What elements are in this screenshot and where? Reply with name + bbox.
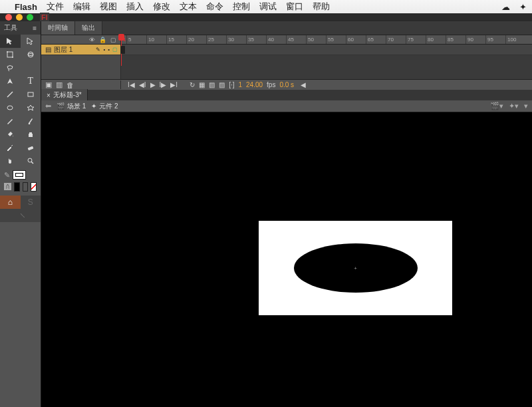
ruler-mark: 70	[386, 35, 406, 44]
layer-toggles[interactable]: ✎ ••▢	[96, 47, 120, 53]
outline-column-icon[interactable]: ▢	[110, 37, 116, 43]
step-fwd-button[interactable]: I▶	[160, 81, 167, 88]
text-tool[interactable]: T	[21, 74, 41, 88]
subselection-tool[interactable]	[21, 35, 41, 48]
eyedropper-tool[interactable]	[0, 141, 21, 154]
center-frame-button[interactable]: [·]	[229, 81, 234, 88]
fps-label: fps	[267, 81, 275, 88]
tab-output[interactable]: 输出	[75, 21, 102, 35]
ruler-mark: 100	[505, 35, 525, 44]
stroke-color-swatch[interactable]	[13, 170, 26, 180]
selection-tool[interactable]	[0, 35, 21, 48]
document-tabs: × 无标题-3*	[41, 90, 532, 100]
fill-color-swatch[interactable]	[14, 182, 20, 192]
menu-modify[interactable]: 修改	[153, 1, 170, 13]
zoom-menu-icon[interactable]: ▾	[524, 102, 528, 110]
timeline-scroll-left[interactable]: ◀	[301, 81, 306, 88]
svg-rect-10	[27, 146, 33, 150]
ink-bottle-tool[interactable]	[21, 128, 41, 141]
3d-rotation-tool[interactable]	[21, 48, 41, 61]
document-tab[interactable]: × 无标题-3*	[41, 89, 88, 101]
oval-tool[interactable]	[0, 101, 21, 114]
canvas-area[interactable]: +	[41, 112, 532, 407]
pen-tool[interactable]	[0, 74, 21, 88]
paint-bucket-tool[interactable]	[0, 128, 21, 141]
edit-multiple-button[interactable]: ▨	[219, 81, 225, 88]
polystar-tool[interactable]	[21, 101, 41, 114]
edit-scene-menu-icon[interactable]: 🎬▾	[490, 102, 503, 110]
loop-button[interactable]: ↻	[190, 81, 195, 88]
menu-window[interactable]: 窗口	[286, 1, 303, 13]
breadcrumb-symbol[interactable]: ✦ 元件 2	[91, 102, 118, 111]
hand-tool[interactable]	[0, 154, 21, 168]
line-tool[interactable]	[0, 88, 21, 101]
back-button[interactable]: ⬅	[45, 102, 51, 110]
menu-text[interactable]: 文本	[180, 1, 197, 13]
status-cloud-icon[interactable]: ☁︎	[501, 2, 510, 12]
menu-edit[interactable]: 编辑	[73, 1, 90, 13]
svg-point-4	[28, 54, 33, 56]
goto-first-button[interactable]: I◀	[128, 81, 135, 88]
close-tab-icon[interactable]: ×	[47, 92, 51, 99]
new-folder-button[interactable]: ▥	[56, 80, 63, 89]
delete-layer-button[interactable]: 🗑	[66, 81, 74, 89]
snap-option[interactable]: ⌂	[0, 196, 21, 209]
step-back-button[interactable]: ◀I	[139, 81, 146, 88]
visibility-column-icon[interactable]: 👁	[89, 37, 95, 43]
stage[interactable]: +	[259, 221, 452, 315]
eraser-tool[interactable]	[21, 141, 41, 154]
app-menu[interactable]: Flash	[15, 2, 37, 12]
minimize-window-button[interactable]	[16, 14, 23, 21]
ruler-mark: 40	[266, 35, 286, 44]
timeline-panel: 时间轴 输出 👁 🔒 ▢ 1 5 10 15 20 25	[41, 21, 532, 90]
close-window-button[interactable]	[5, 14, 12, 21]
pencil-icon: ✎	[96, 47, 100, 53]
tab-timeline[interactable]: 时间轴	[41, 21, 75, 35]
ruler-mark: 80	[426, 35, 446, 44]
straighten-option[interactable]: ⟍	[0, 209, 41, 222]
smooth-option[interactable]: S	[21, 196, 41, 209]
menu-help[interactable]: 帮助	[313, 1, 330, 13]
lock-column-icon[interactable]: 🔒	[99, 37, 106, 43]
menu-view[interactable]: 视图	[100, 1, 117, 13]
free-transform-tool[interactable]	[0, 48, 21, 61]
layer-row[interactable]: ▤ 图层 1 ✎ ••▢	[41, 45, 532, 55]
keyframe[interactable]	[121, 46, 125, 54]
lasso-tool[interactable]	[0, 61, 21, 74]
ruler-mark: 10	[146, 35, 166, 44]
new-layer-button[interactable]: ▣	[45, 80, 52, 89]
onion-skin-button[interactable]: ▦	[199, 81, 205, 88]
main-area: 时间轴 输出 👁 🔒 ▢ 1 5 10 15 20 25	[41, 21, 532, 407]
ruler-mark: 35	[246, 35, 266, 44]
menu-control[interactable]: 控制	[233, 1, 250, 13]
ruler-mark: 55	[326, 35, 346, 44]
flash-app-icon: Fl	[40, 13, 49, 22]
brush-tool[interactable]	[21, 114, 41, 128]
ruler-mark: 90	[466, 35, 485, 44]
layer-label[interactable]: ▤ 图层 1 ✎ ••▢	[41, 45, 121, 55]
frame-ruler[interactable]: 1 5 10 15 20 25 30 35 40 45 50 55 60 65	[121, 35, 532, 44]
layer-frames[interactable]	[121, 45, 532, 55]
panel-menu-icon[interactable]: ≡	[33, 25, 37, 32]
rectangle-tool[interactable]	[21, 88, 41, 101]
svg-point-7	[7, 106, 13, 110]
onion-outline-button[interactable]: ▧	[209, 81, 215, 88]
zoom-tool[interactable]	[21, 154, 41, 168]
zoom-window-button[interactable]	[27, 14, 33, 21]
menu-file[interactable]: 文件	[47, 1, 64, 13]
pencil-tool[interactable]	[0, 114, 21, 128]
no-color-button[interactable]	[31, 182, 37, 192]
status-user-icon[interactable]: ✦	[519, 2, 527, 12]
menu-commands[interactable]: 命令	[206, 1, 223, 13]
menu-insert[interactable]: 插入	[126, 1, 144, 13]
ruler-mark: 75	[406, 35, 426, 44]
menu-debug[interactable]: 调试	[259, 1, 277, 13]
tools-panel-header[interactable]: 工具 ≡	[0, 21, 41, 35]
edit-symbol-menu-icon[interactable]: ✦▾	[509, 102, 519, 110]
swap-colors-button[interactable]	[23, 182, 29, 192]
timeline-tabs: 时间轴 输出	[41, 21, 532, 35]
symbol-icon: ✦	[91, 102, 96, 110]
play-button[interactable]: ▶	[150, 81, 156, 88]
goto-last-button[interactable]: ▶I	[170, 81, 178, 88]
breadcrumb-scene[interactable]: 🎬 场景 1	[57, 102, 86, 111]
